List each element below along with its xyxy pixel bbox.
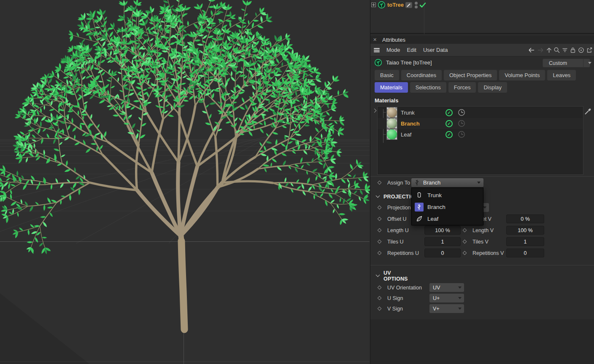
- tree-object-icon: [378, 1, 386, 9]
- material-row-leaf[interactable]: Leaf ✓: [378, 129, 583, 140]
- hamburger-icon[interactable]: [374, 48, 380, 52]
- object-manager-item[interactable]: toTree: [371, 1, 426, 9]
- material-name[interactable]: Trunk: [401, 110, 415, 116]
- tabs-row-1: Basic Coordinates Object Properties Volu…: [375, 70, 576, 80]
- visibility-dots-icon[interactable]: [415, 2, 418, 8]
- material-thumbnail: [386, 118, 397, 129]
- v-sign-label: V Sign: [387, 306, 403, 312]
- u-sign-row: U Sign U+: [370, 294, 594, 302]
- length-v-label: Length V: [472, 228, 494, 233]
- offset-v-input[interactable]: 0 %: [506, 214, 544, 223]
- u-sign-dropdown[interactable]: U+: [429, 294, 464, 302]
- tiles-u-input[interactable]: 1: [424, 237, 461, 246]
- material-row-branch[interactable]: Branch ✓: [378, 118, 583, 129]
- expand-plus-icon[interactable]: [371, 3, 376, 7]
- v-sign-row: V Sign V+: [370, 304, 594, 313]
- clock-arrow-icon[interactable]: [458, 120, 465, 127]
- back-arrow-icon[interactable]: [527, 47, 535, 54]
- materials-heading: Materials: [375, 97, 398, 104]
- diamond-icon: [378, 240, 382, 244]
- check-circle-icon[interactable]: ✓: [446, 120, 453, 127]
- offset-u-label: Offset U: [387, 216, 407, 222]
- menu-option-leaf[interactable]: Leaf: [412, 213, 483, 225]
- object-title: Taiao Tree [toTree]: [386, 59, 432, 66]
- chevron-down-icon: [588, 62, 591, 64]
- diamond-icon: [378, 251, 382, 255]
- diamond-icon: [463, 251, 467, 255]
- tab-selections[interactable]: Selections: [410, 82, 446, 93]
- enabled-check-icon[interactable]: [419, 2, 426, 8]
- repetitions-v-input[interactable]: 0: [506, 249, 544, 257]
- length-u-input[interactable]: 100 %: [424, 226, 461, 235]
- tab-leaves[interactable]: Leaves: [547, 70, 576, 80]
- check-circle-icon[interactable]: ✓: [446, 109, 453, 116]
- forward-arrow-icon[interactable]: [537, 47, 545, 54]
- length-u-label: Length U: [387, 228, 409, 233]
- up-arrow-icon[interactable]: [546, 47, 552, 54]
- menu-option-branch[interactable]: Branch: [412, 201, 483, 213]
- tab-forces[interactable]: Forces: [448, 82, 476, 93]
- check-circle-icon[interactable]: ✓: [446, 131, 453, 138]
- branch-icon: [414, 179, 420, 186]
- list-expand-chevron-icon[interactable]: [373, 109, 377, 113]
- diamond-icon: [463, 228, 467, 233]
- diamond-icon: [378, 217, 382, 221]
- length-row: Length U 100 % Length V 100 %: [370, 226, 594, 235]
- repetitions-u-input[interactable]: 0: [424, 249, 461, 257]
- tab-coordinates[interactable]: Coordinates: [401, 70, 442, 80]
- open-window-icon[interactable]: [586, 47, 593, 54]
- viewport-3d[interactable]: [0, 0, 370, 364]
- uv-orientation-row: UV Orientation UV: [370, 283, 594, 292]
- pencil-layer-icon[interactable]: [405, 2, 412, 8]
- right-panel: toTree ✕ Attributes Mode Edit User Data: [370, 0, 594, 364]
- diamond-icon: [463, 240, 467, 244]
- menu-edit[interactable]: Edit: [407, 47, 416, 53]
- diamond-icon: [378, 206, 382, 210]
- length-v-input[interactable]: 100 %: [506, 226, 544, 235]
- diamond-icon: [378, 307, 382, 311]
- tiles-v-label: Tiles V: [472, 239, 489, 245]
- object-name[interactable]: toTree: [387, 2, 404, 8]
- tree-object-icon: [374, 59, 382, 67]
- menu-option-trunk[interactable]: Trunk: [412, 189, 483, 201]
- menu-mode[interactable]: Mode: [386, 47, 400, 53]
- material-name-selected[interactable]: Branch: [401, 120, 420, 127]
- assign-to-open-menu: Trunk Branch Leaf: [411, 187, 483, 225]
- attributes-titlebar: ✕ Attributes: [370, 35, 594, 44]
- tab-basic[interactable]: Basic: [375, 70, 399, 80]
- tiles-v-input[interactable]: 1: [506, 237, 544, 246]
- chevron-down-icon: [477, 182, 481, 184]
- clock-arrow-icon[interactable]: [458, 131, 465, 138]
- v-sign-dropdown[interactable]: V+: [429, 304, 464, 313]
- preset-dropdown-value: Custom: [549, 60, 567, 66]
- preset-dropdown[interactable]: Custom: [543, 59, 590, 67]
- clock-arrow-icon[interactable]: [458, 109, 465, 116]
- tab-volume-points[interactable]: Volume Points: [499, 70, 545, 80]
- material-name[interactable]: Leaf: [401, 131, 411, 138]
- viewport-svg: [0, 0, 370, 364]
- attributes-menubar: Mode Edit User Data: [370, 44, 594, 56]
- menu-user-data[interactable]: User Data: [423, 47, 448, 53]
- repetitions-row: Repetitions U 0 Repetitions V 0: [370, 249, 594, 257]
- lock-icon[interactable]: [570, 47, 576, 54]
- material-row-trunk[interactable]: Trunk ✓: [378, 107, 583, 118]
- eyedropper-icon[interactable]: [584, 107, 592, 115]
- search-icon[interactable]: [554, 47, 560, 54]
- uv-orientation-dropdown[interactable]: UV: [429, 283, 464, 292]
- assign-to-dropdown[interactable]: Branch: [411, 178, 483, 187]
- tab-materials[interactable]: Materials: [375, 82, 408, 93]
- target-icon[interactable]: [578, 47, 585, 54]
- projection-label: Projection: [387, 205, 411, 211]
- tab-object-properties[interactable]: Object Properties: [444, 70, 497, 80]
- diamond-icon: [378, 228, 382, 233]
- tab-display[interactable]: Display: [478, 82, 507, 93]
- panel-title: Attributes: [382, 37, 405, 43]
- close-icon[interactable]: ✕: [373, 37, 379, 43]
- uv-orientation-label: UV Orientation: [387, 285, 422, 291]
- uv-options-title: UV OPTIONS: [383, 270, 408, 282]
- leaf-icon: [415, 214, 424, 223]
- u-sign-label: U Sign: [387, 295, 403, 301]
- repetitions-v-label: Repetitions V: [472, 250, 504, 256]
- filter-icon[interactable]: [562, 47, 568, 54]
- object-header-row: Taiao Tree [toTree] Custom: [370, 56, 594, 69]
